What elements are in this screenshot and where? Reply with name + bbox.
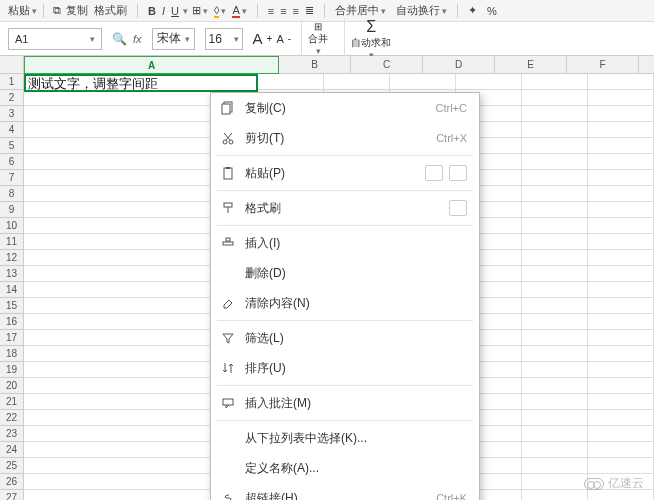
row-header-8[interactable]: 8 xyxy=(0,186,24,202)
cell-G8[interactable] xyxy=(588,186,654,202)
row-header-22[interactable]: 22 xyxy=(0,410,24,426)
cell-F27[interactable] xyxy=(522,490,588,500)
auto-wrap-button[interactable]: 自动换行▾ xyxy=(394,3,449,18)
column-header-C[interactable]: C xyxy=(351,56,423,74)
cell-F6[interactable] xyxy=(522,154,588,170)
font-size-select[interactable]: 16▾ xyxy=(205,28,243,50)
percent-button[interactable]: % xyxy=(485,5,499,17)
merge-button[interactable]: ⊞合并▾ xyxy=(301,21,334,56)
align-center-button[interactable]: ≡ xyxy=(278,5,288,17)
column-header-D[interactable]: D xyxy=(423,56,495,74)
row-header-21[interactable]: 21 xyxy=(0,394,24,410)
cell-F23[interactable] xyxy=(522,426,588,442)
cell-G6[interactable] xyxy=(588,154,654,170)
row-header-15[interactable]: 15 xyxy=(0,298,24,314)
menu-paste[interactable]: 粘贴(P) xyxy=(211,158,479,188)
row-header-12[interactable]: 12 xyxy=(0,250,24,266)
row-header-16[interactable]: 16 xyxy=(0,314,24,330)
row-header-7[interactable]: 7 xyxy=(0,170,24,186)
menu-sort[interactable]: 排序(U) xyxy=(211,353,479,383)
cell-F12[interactable] xyxy=(522,250,588,266)
row-header-20[interactable]: 20 xyxy=(0,378,24,394)
row-header-5[interactable]: 5 xyxy=(0,138,24,154)
star-button[interactable]: ✦ xyxy=(466,4,479,17)
fill-color-button[interactable]: ◊▾ xyxy=(212,4,228,18)
menu-define-name[interactable]: 定义名称(A)... xyxy=(211,453,479,483)
row-header-27[interactable]: 27 xyxy=(0,490,24,500)
align-left-button[interactable]: ≡ xyxy=(266,5,276,17)
menu-comment[interactable]: 插入批注(M) xyxy=(211,388,479,418)
column-header-A[interactable]: A xyxy=(24,56,279,74)
copy-button[interactable]: ⧉复制 xyxy=(48,3,90,18)
menu-from-list[interactable]: 从下拉列表中选择(K)... xyxy=(211,423,479,453)
cell-G22[interactable] xyxy=(588,410,654,426)
row-header-18[interactable]: 18 xyxy=(0,346,24,362)
paste-button[interactable]: 粘贴▾ xyxy=(6,3,39,18)
menu-hyperlink[interactable]: 超链接(H) Ctrl+K xyxy=(211,483,479,500)
menu-delete[interactable]: 删除(D) xyxy=(211,258,479,288)
cell-F24[interactable] xyxy=(522,442,588,458)
row-header-14[interactable]: 14 xyxy=(0,282,24,298)
cell-A1[interactable]: 测试文字，调整字间距 xyxy=(24,74,258,92)
cell-G5[interactable] xyxy=(588,138,654,154)
cell-G2[interactable] xyxy=(588,90,654,106)
row-header-2[interactable]: 2 xyxy=(0,90,24,106)
cell-F16[interactable] xyxy=(522,314,588,330)
select-all-corner[interactable] xyxy=(0,56,24,74)
cell-G10[interactable] xyxy=(588,218,654,234)
fx-icon[interactable]: fx xyxy=(133,33,142,45)
cell-G24[interactable] xyxy=(588,442,654,458)
row-header-11[interactable]: 11 xyxy=(0,234,24,250)
merge-center-button[interactable]: 合并居中▾ xyxy=(333,3,388,18)
row-header-13[interactable]: 13 xyxy=(0,266,24,282)
cell-C1[interactable] xyxy=(324,74,390,90)
row-header-3[interactable]: 3 xyxy=(0,106,24,122)
cell-G7[interactable] xyxy=(588,170,654,186)
cell-G18[interactable] xyxy=(588,346,654,362)
menu-filter[interactable]: 筛选(L) xyxy=(211,323,479,353)
row-header-25[interactable]: 25 xyxy=(0,458,24,474)
column-header-E[interactable]: E xyxy=(495,56,567,74)
row-header-10[interactable]: 10 xyxy=(0,218,24,234)
cell-F14[interactable] xyxy=(522,282,588,298)
column-header-F[interactable]: F xyxy=(567,56,639,74)
column-header-G[interactable]: G xyxy=(639,56,654,74)
cell-F18[interactable] xyxy=(522,346,588,362)
cell-F10[interactable] xyxy=(522,218,588,234)
cell-F8[interactable] xyxy=(522,186,588,202)
cell-G1[interactable] xyxy=(588,74,654,90)
cell-G9[interactable] xyxy=(588,202,654,218)
align-right-button[interactable]: ≡ xyxy=(291,5,301,17)
cell-F5[interactable] xyxy=(522,138,588,154)
row-header-24[interactable]: 24 xyxy=(0,442,24,458)
italic-button[interactable]: I xyxy=(160,5,167,17)
font-color-button[interactable]: A▾ xyxy=(230,4,248,18)
cell-G3[interactable] xyxy=(588,106,654,122)
font-name-select[interactable]: 宋体▾ xyxy=(152,28,195,50)
cell-G4[interactable] xyxy=(588,122,654,138)
cell-G14[interactable] xyxy=(588,282,654,298)
brush-option[interactable] xyxy=(449,200,467,216)
cell-G25[interactable] xyxy=(588,458,654,474)
paste-option-1[interactable] xyxy=(425,165,443,181)
cell-F15[interactable] xyxy=(522,298,588,314)
cell-G17[interactable] xyxy=(588,330,654,346)
align-justify-button[interactable]: ≣ xyxy=(303,4,316,17)
cell-F9[interactable] xyxy=(522,202,588,218)
row-header-1[interactable]: 1 xyxy=(0,74,24,90)
cell-B1[interactable] xyxy=(258,74,324,90)
cell-G13[interactable] xyxy=(588,266,654,282)
cell-F2[interactable] xyxy=(522,90,588,106)
cell-G11[interactable] xyxy=(588,234,654,250)
row-header-17[interactable]: 17 xyxy=(0,330,24,346)
border-button[interactable]: ⊞▾ xyxy=(190,4,210,17)
cell-E1[interactable] xyxy=(456,74,522,90)
menu-insert[interactable]: 插入(I) xyxy=(211,228,479,258)
decrease-font-button[interactable]: A xyxy=(276,33,283,45)
cell-F7[interactable] xyxy=(522,170,588,186)
menu-cut[interactable]: 剪切(T) Ctrl+X xyxy=(211,123,479,153)
cell-G23[interactable] xyxy=(588,426,654,442)
autosum-button[interactable]: Σ自动求和▾ xyxy=(344,18,397,60)
cell-G21[interactable] xyxy=(588,394,654,410)
bold-button[interactable]: B xyxy=(146,5,158,17)
